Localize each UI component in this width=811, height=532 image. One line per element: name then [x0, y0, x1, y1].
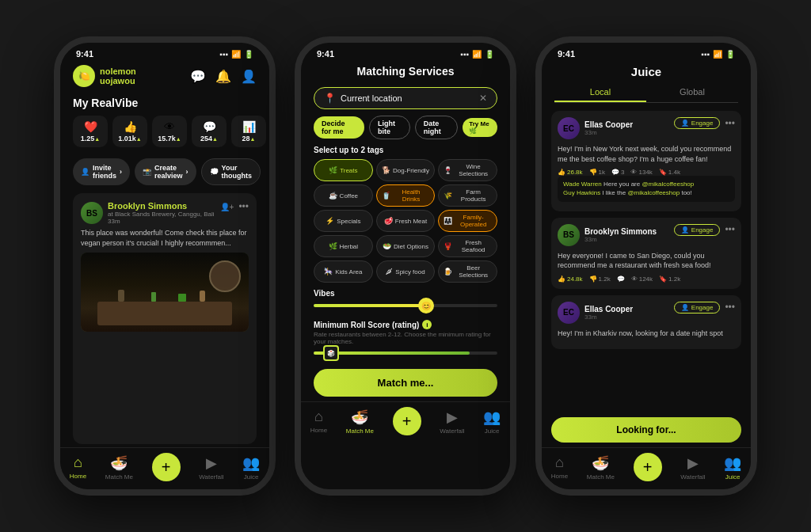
nav-add-1[interactable]: + — [152, 453, 181, 481]
tag-diet[interactable]: 🥗Diet Options — [376, 235, 436, 257]
bell-icon[interactable]: 🔔 — [215, 69, 231, 84]
nav-waterfall-3[interactable]: ▶ Waterfall — [680, 454, 705, 481]
tag-health-drinks[interactable]: 🥤Health Drinks — [376, 184, 436, 207]
date-night-button[interactable]: Date night — [415, 116, 458, 139]
chat-icon[interactable]: 💬 — [190, 69, 206, 84]
juice-time-2: 33m — [584, 236, 657, 243]
home-icon-3: ⌂ — [555, 454, 564, 471]
nav-add-2[interactable]: + — [393, 407, 421, 435]
nav-add-3[interactable]: + — [634, 453, 662, 481]
match-me-button[interactable]: Match me... — [314, 369, 497, 397]
tag-herbal[interactable]: 🌿Herbal — [314, 235, 373, 257]
location-clear-icon[interactable]: ✕ — [479, 93, 487, 104]
nav-waterfall-2[interactable]: ▶ Waterfall — [440, 408, 464, 435]
juice-icon-2: 👥 — [483, 408, 501, 426]
comment-action-2[interactable]: 💬 — [617, 276, 625, 283]
nav-matchme-3[interactable]: 🍜 Match Me — [587, 454, 615, 481]
view-action-1[interactable]: 👁 134k — [630, 169, 652, 176]
tag-beer[interactable]: 🍺Beer Selections — [438, 260, 497, 283]
nav-waterfall-1[interactable]: ▶ Waterfall — [199, 454, 223, 481]
tag-fresh-meat[interactable]: 🥩Fresh Meat — [376, 210, 436, 232]
save-action-2[interactable]: 🔖 1.2k — [659, 276, 680, 283]
tab-local[interactable]: Local — [554, 83, 646, 102]
nav-matchme-1[interactable]: 🍜 Match Me — [105, 454, 133, 481]
tag-seafood[interactable]: 🦞Fresh Seafood — [438, 235, 497, 257]
location-pin-icon: 📍 — [324, 93, 336, 104]
cooking-image — [81, 253, 249, 332]
tab-global[interactable]: Global — [646, 83, 738, 102]
tag-specials[interactable]: ⚡Specials — [314, 210, 373, 232]
filter-row: Decide for me Light bite Date night Try … — [301, 112, 510, 142]
dots-menu-p1[interactable]: ••• — [725, 118, 735, 129]
engage-button-1[interactable]: 👤 Engage — [674, 117, 721, 129]
waterfall-icon-2: ▶ — [447, 408, 458, 426]
nav-matchme-2[interactable]: 🍜 Match Me — [346, 408, 374, 435]
follow-icon-1[interactable]: 👤+ — [220, 203, 234, 211]
tag-farm[interactable]: 🌾Farm Products — [438, 184, 497, 207]
looking-for-button[interactable]: Looking for... — [551, 417, 741, 443]
dots-menu-p3[interactable]: ••• — [725, 302, 735, 313]
status-bar-3: 9:41 ▪▪▪ 📶 🔋 — [542, 43, 751, 62]
light-bite-button[interactable]: Light bite — [369, 116, 410, 139]
tag-spicy[interactable]: 🌶Spicy food — [376, 260, 436, 283]
score-slider[interactable]: 🎲 — [314, 352, 497, 355]
tag-dog-friendly[interactable]: 🐕Dog-Friendly — [376, 159, 436, 181]
dislike-action-2[interactable]: 👎 1.2k — [589, 276, 611, 283]
tag-kids[interactable]: 🎠Kids Area — [314, 260, 373, 283]
view-action-2[interactable]: 👁 124k — [631, 276, 653, 283]
your-thoughts-button[interactable]: 💭 Your thoughts — [201, 158, 261, 185]
avatar-brooklyn: BS — [81, 202, 103, 224]
time-2: 9:41 — [317, 49, 334, 59]
engage-button-2[interactable]: 👤 Engage — [674, 224, 721, 236]
juice-title: Juice — [554, 65, 738, 78]
juice-icon-1: 👥 — [242, 454, 260, 472]
location-bar[interactable]: 📍 Current location ✕ — [314, 87, 497, 109]
logo-area: 🍋 nolemonuojawou — [73, 65, 136, 87]
logo-icon: 🍋 — [73, 65, 95, 87]
bottom-nav-2: ⌂ Home 🍜 Match Me + ▶ Waterfall 👥 Juice — [301, 401, 510, 443]
juice-text-1: Hey! I'm in New York next week, could yo… — [558, 144, 735, 164]
tags-section: Select up to 2 tags 🌿Treats 🐕Dog-Friendl… — [301, 142, 510, 286]
nav-juice-3[interactable]: 👥 Juice — [724, 454, 741, 481]
score-info-icon[interactable]: i — [422, 320, 432, 329]
realvibe-title: My RealVibe — [73, 97, 257, 109]
like-action-1[interactable]: 👍 26.8k — [558, 169, 583, 176]
comment-action-1[interactable]: 💬 3 — [611, 169, 624, 176]
juice-actions-1: 👍 26.8k 👎 1k 💬 3 👁 1 — [558, 169, 735, 176]
matchme-icon-3: 🍜 — [592, 454, 609, 472]
bottom-nav-3: ⌂ Home 🍜 Match Me + ▶ Waterfall 👥 Juice — [542, 447, 751, 489]
nav-juice-2[interactable]: 👥 Juice — [483, 408, 501, 435]
waterfall-icon-1: ▶ — [206, 454, 217, 472]
juice-post-header-3: EC Ellas Cooper 33m 👤 Engage ••• — [558, 302, 735, 324]
tag-wine[interactable]: 🍷Wine Selections — [438, 159, 497, 181]
dots-menu-1[interactable]: ••• — [238, 201, 249, 212]
save-action-1[interactable]: 🔖 1.4k — [659, 169, 680, 176]
juice-time-1: 33m — [584, 129, 633, 136]
status-icons-2: ▪▪▪ 📶 🔋 — [460, 50, 494, 59]
vibes-thumb[interactable]: 😊 — [418, 298, 434, 314]
like-action-2[interactable]: 👍 24.8k — [558, 276, 583, 283]
decide-for-me-button[interactable]: Decide for me — [314, 116, 364, 139]
profile-icon[interactable]: 👤 — [241, 69, 257, 84]
time-1: 9:41 — [76, 49, 93, 59]
nav-home-1[interactable]: ⌂ Home — [70, 454, 86, 480]
nav-home-3[interactable]: ⌂ Home — [551, 454, 568, 480]
score-thumb[interactable]: 🎲 — [323, 345, 339, 361]
action-buttons-row: 👤 Invite friends › 📸 Create realview › 💭… — [60, 154, 269, 190]
engage-button-3[interactable]: 👤 Engage — [674, 302, 721, 314]
nav-juice-1[interactable]: 👥 Juice — [242, 454, 260, 481]
tag-treats[interactable]: 🌿Treats — [314, 159, 373, 181]
status-bar-1: 9:41 ▪▪▪ 📶 🔋 — [60, 43, 269, 62]
juice-text-2: Hey everyone! I came to San Diego, could… — [558, 251, 735, 271]
nav-home-2[interactable]: ⌂ Home — [310, 408, 327, 434]
invite-friends-button[interactable]: 👤 Invite friends › — [73, 158, 130, 185]
try-me-button[interactable]: Try Me 🌿 — [463, 118, 497, 137]
dots-menu-p2[interactable]: ••• — [725, 224, 735, 235]
dislike-action-1[interactable]: 👎 1k — [589, 169, 605, 176]
status-bar-2: 9:41 ▪▪▪ 📶 🔋 — [301, 43, 510, 62]
tag-coffee[interactable]: ☕Coffee — [314, 184, 373, 207]
tag-family[interactable]: 👨‍👩‍👧Family-Operated — [438, 210, 497, 232]
score-title: Minimum Roll Score (rating) i — [314, 320, 497, 329]
create-realview-button[interactable]: 📸 Create realview › — [135, 158, 196, 185]
vibes-slider[interactable]: 😊 — [314, 304, 497, 307]
